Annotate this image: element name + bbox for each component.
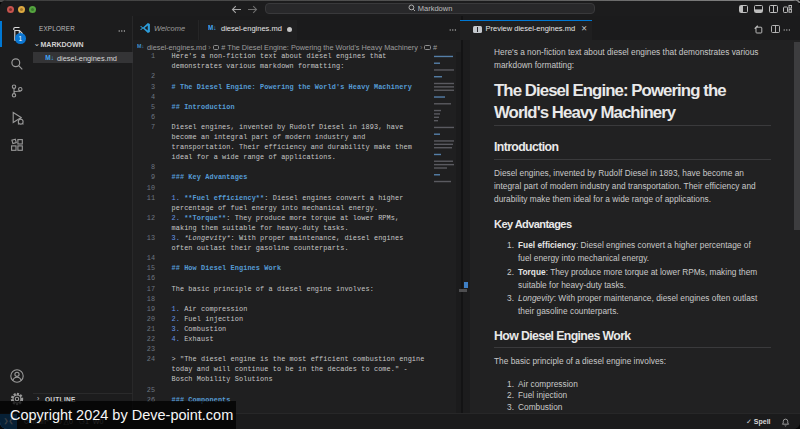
- svg-text:M↓: M↓: [45, 54, 54, 61]
- svg-text:M↓: M↓: [208, 24, 216, 31]
- svg-text:M↓: M↓: [137, 43, 144, 49]
